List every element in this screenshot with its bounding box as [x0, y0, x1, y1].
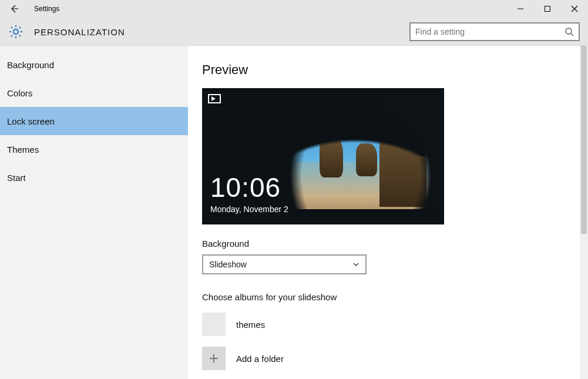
svg-rect-0 — [545, 6, 550, 12]
add-folder-button[interactable]: Add a folder — [202, 347, 588, 370]
album-item[interactable]: themes — [202, 313, 588, 336]
section-title: PERSONALIZATION — [34, 27, 125, 37]
sidebar-item-background[interactable]: Background — [0, 51, 188, 79]
svg-line-9 — [11, 35, 12, 36]
sidebar-item-lock-screen[interactable]: Lock screen — [0, 107, 188, 135]
lock-screen-time: 10:06 — [210, 174, 281, 201]
sidebar-item-label: Start — [7, 173, 26, 183]
svg-point-10 — [566, 28, 572, 34]
content-pane: Preview 10:06 Monday, November 2 Backgro… — [188, 46, 588, 379]
sidebar-item-label: Colors — [7, 88, 32, 98]
window-controls — [507, 0, 588, 18]
settings-gear-icon — [8, 24, 23, 39]
titlebar: Settings — [0, 0, 588, 18]
minimize-icon — [517, 5, 524, 12]
arrow-left-icon — [9, 4, 19, 14]
sidebar-item-themes[interactable]: Themes — [0, 135, 188, 163]
slideshow-icon — [208, 94, 221, 103]
vertical-scrollbar[interactable] — [580, 46, 588, 379]
app-title: Settings — [34, 5, 59, 13]
plus-icon — [202, 347, 226, 370]
svg-line-7 — [19, 35, 21, 36]
chevron-down-icon — [352, 261, 359, 268]
svg-point-1 — [14, 29, 18, 34]
lock-screen-preview: 10:06 Monday, November 2 — [202, 88, 444, 224]
sidebar-item-label: Background — [7, 60, 54, 70]
header-subrow: PERSONALIZATION — [0, 18, 588, 46]
maximize-button[interactable] — [534, 0, 561, 18]
lock-screen-date: Monday, November 2 — [210, 204, 288, 214]
add-folder-label: Add a folder — [236, 354, 284, 364]
back-button[interactable] — [0, 0, 28, 18]
background-dropdown-value: Slideshow — [209, 260, 247, 269]
sidebar-item-label: Lock screen — [7, 116, 55, 126]
search-box[interactable] — [409, 22, 580, 41]
sidebar-item-colors[interactable]: Colors — [0, 79, 188, 107]
search-icon — [565, 27, 574, 36]
svg-line-6 — [11, 27, 12, 28]
search-input[interactable] — [415, 27, 556, 36]
scrollbar-thumb[interactable] — [581, 46, 587, 234]
close-icon — [571, 5, 578, 12]
choose-albums-label: Choose albums for your slideshow — [202, 292, 588, 302]
sidebar-item-start[interactable]: Start — [0, 163, 188, 192]
album-thumbnail — [202, 313, 226, 336]
preview-heading: Preview — [202, 62, 588, 78]
svg-line-11 — [571, 33, 573, 36]
header: Settings — [0, 0, 588, 46]
sidebar-item-label: Themes — [7, 145, 39, 155]
minimize-button[interactable] — [507, 0, 534, 18]
background-dropdown[interactable]: Slideshow — [202, 254, 367, 274]
svg-line-8 — [19, 27, 21, 28]
background-label: Background — [202, 239, 588, 249]
close-button[interactable] — [561, 0, 588, 18]
sidebar: Background Colors Lock screen Themes Sta… — [0, 46, 188, 379]
maximize-icon — [544, 5, 551, 12]
album-label: themes — [236, 320, 265, 330]
